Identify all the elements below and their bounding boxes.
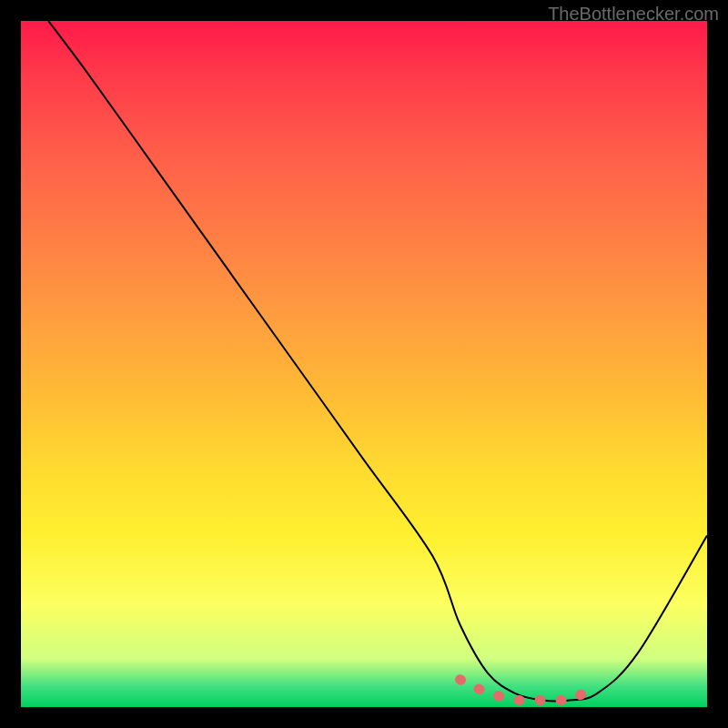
watermark-text: TheBottlenecker.com <box>548 4 719 25</box>
chart-svg <box>21 21 707 707</box>
chart-plot-area <box>21 21 707 707</box>
curve-line <box>48 21 707 701</box>
